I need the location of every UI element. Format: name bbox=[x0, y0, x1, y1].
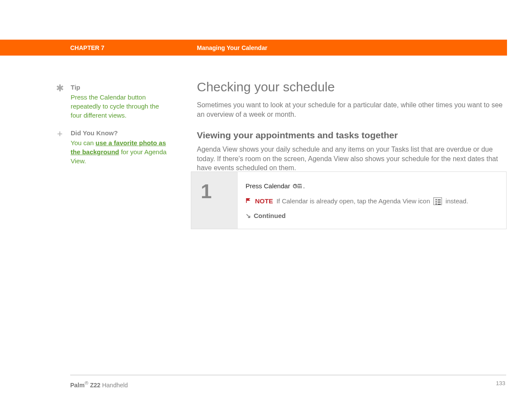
section-paragraph: Agenda View shows your daily schedule an… bbox=[197, 145, 507, 173]
tip-body: Press the Calendar button repeatedly to … bbox=[71, 93, 171, 120]
plus-icon: + bbox=[55, 129, 65, 139]
main-content: Checking your schedule Sometimes you wan… bbox=[197, 80, 507, 183]
svg-rect-6 bbox=[301, 186, 302, 187]
step-instruction: Press Calendar . bbox=[246, 182, 498, 190]
tip-block: ✱ Tip Press the Calendar button repeated… bbox=[55, 84, 171, 120]
footer-model: Z22 bbox=[88, 382, 102, 389]
note-text-suffix: instead. bbox=[445, 197, 468, 205]
asterisk-icon: ✱ bbox=[55, 84, 65, 93]
svg-rect-9 bbox=[301, 187, 302, 188]
page-title: Checking your schedule bbox=[197, 80, 507, 94]
step-number-column: 1 bbox=[191, 172, 238, 229]
step-box: 1 Press Calendar . NOTE If Calendar is a… bbox=[191, 171, 507, 229]
dyk-heading: Did You Know? bbox=[71, 129, 171, 137]
registered-icon: ® bbox=[84, 380, 88, 386]
footer-brand: Palm bbox=[70, 382, 84, 389]
dyk-prefix: You can bbox=[71, 139, 96, 146]
step-body: Press Calendar . NOTE If Calendar is alr… bbox=[238, 172, 506, 229]
step-text-prefix: Press Calendar bbox=[246, 182, 292, 190]
svg-rect-4 bbox=[298, 186, 299, 187]
step-text-suffix: . bbox=[303, 182, 305, 190]
svg-rect-5 bbox=[299, 186, 300, 187]
section-heading: Viewing your appointments and tasks toge… bbox=[197, 130, 507, 140]
calendar-button-icon bbox=[293, 183, 302, 190]
svg-rect-7 bbox=[298, 187, 299, 188]
note-label: NOTE bbox=[255, 197, 273, 205]
continued-arrow-icon: ↘ bbox=[246, 212, 251, 219]
step-number: 1 bbox=[201, 180, 238, 203]
note-text-prefix: If Calendar is already open, tap the Age… bbox=[277, 197, 430, 205]
chapter-title: Managing Your Calendar bbox=[197, 44, 268, 51]
note-flag-icon bbox=[246, 197, 252, 205]
tip-heading: Tip bbox=[71, 84, 171, 91]
dyk-body: You can use a favorite photo as the back… bbox=[71, 138, 171, 165]
footer-tail: Handheld bbox=[102, 382, 128, 389]
intro-paragraph: Sometimes you want to look at your sched… bbox=[197, 100, 507, 119]
footer-rule bbox=[70, 375, 506, 375]
page-number: 133 bbox=[496, 380, 505, 386]
continued-label: Continued bbox=[254, 212, 286, 219]
chapter-label: CHAPTER 7 bbox=[70, 44, 104, 51]
footer-product: Palm® Z22 Handheld bbox=[70, 380, 128, 389]
continued-line: ↘Continued bbox=[246, 212, 498, 220]
svg-rect-8 bbox=[299, 187, 300, 188]
sidebar: ✱ Tip Press the Calendar button repeated… bbox=[55, 84, 171, 175]
did-you-know-block: + Did You Know? You can use a favorite p… bbox=[55, 129, 171, 165]
note-line: NOTE If Calendar is already open, tap th… bbox=[246, 197, 498, 205]
agenda-view-icon bbox=[433, 197, 442, 205]
chapter-header: CHAPTER 7 Managing Your Calendar bbox=[0, 40, 507, 56]
